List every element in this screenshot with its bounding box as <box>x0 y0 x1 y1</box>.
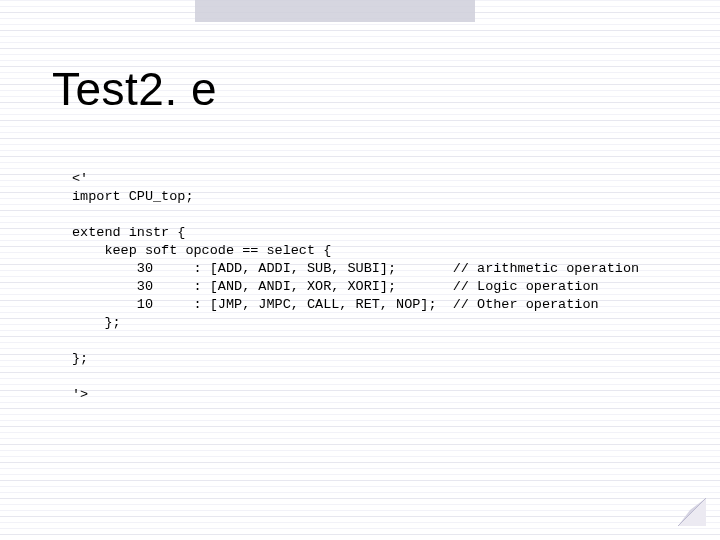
slide: Test2. e <' import CPU_top; extend instr… <box>0 0 720 540</box>
slide-title: Test2. e <box>52 62 217 116</box>
header-accent-bar <box>195 0 475 22</box>
code-block: <' import CPU_top; extend instr { keep s… <box>72 170 639 404</box>
page-curl-icon <box>678 498 706 526</box>
